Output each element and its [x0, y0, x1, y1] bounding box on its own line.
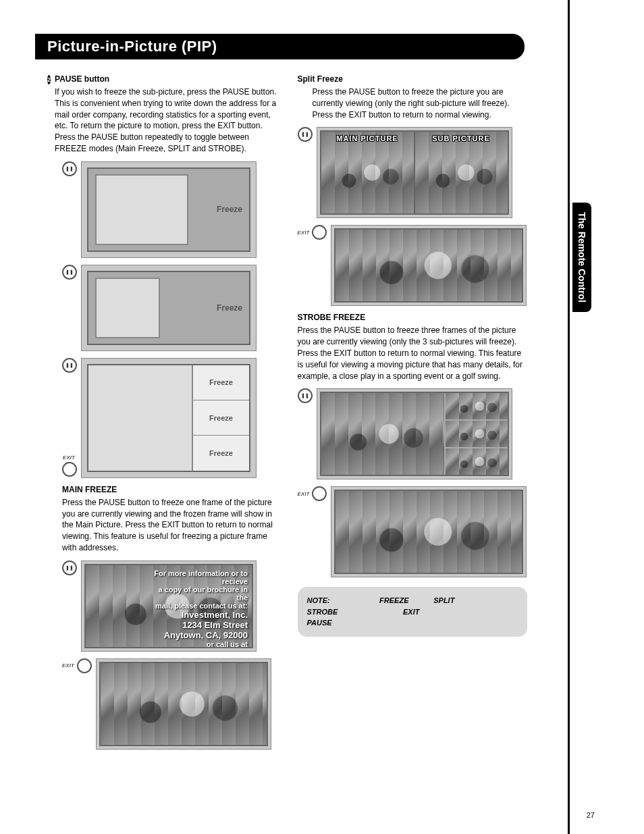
strobe-freeze-heading: STROBE FREEZE — [298, 313, 366, 322]
pause-button-heading: PAUSE button — [55, 74, 109, 84]
note-freeze: FREEZE — [379, 596, 408, 604]
tv-split-exit — [331, 225, 527, 306]
ad-company: Investment, Inc. — [148, 610, 248, 620]
exit-icon — [62, 462, 77, 477]
freeze-label: Freeze — [193, 365, 249, 400]
exit-label: EXIT — [298, 230, 310, 236]
vertical-thumb-tab: The Remote Control — [572, 203, 591, 312]
note-pause: PAUSE — [307, 619, 332, 627]
pause-icon — [62, 161, 77, 176]
pause-icon — [62, 358, 77, 373]
tv-strobe-exit — [331, 486, 527, 577]
pause-icon — [62, 265, 77, 280]
note-exit: EXIT — [403, 608, 419, 616]
pause-icon — [298, 127, 313, 142]
ad-city: Anytown, CA, 92000 — [148, 630, 248, 640]
main-freeze-heading: MAIN FREEZE — [62, 485, 117, 494]
exit-icon — [312, 225, 327, 240]
strobe-freeze-paragraph: Press the PAUSE button to freeze three f… — [298, 325, 528, 382]
split-freeze-heading: Split Freeze — [298, 74, 343, 84]
ad-line2: a copy of our brochure in the — [148, 585, 248, 602]
left-column: 2 PAUSE button If you wish to freeze the… — [47, 74, 277, 756]
freeze-label: Freeze — [217, 205, 242, 214]
note-strobe: STROBE — [307, 608, 338, 616]
tv-diagram-freeze-large: Freeze — [81, 161, 257, 258]
tv-diagram-three-freeze: Freeze Freeze Freeze — [81, 358, 257, 478]
page-content: Picture-in-Picture (PIP) 2 PAUSE button … — [0, 0, 570, 834]
freeze-label: Freeze — [193, 436, 249, 470]
exit-icon — [312, 486, 327, 501]
pause-icon — [298, 388, 313, 403]
note-split: SPLIT — [433, 596, 454, 604]
pause-icon — [62, 561, 77, 575]
step-number-badge: 2 — [47, 75, 51, 84]
tv-split-pause: MAIN PICTURE SUB PICTURE — [317, 127, 512, 218]
note-label: NOTE: — [307, 596, 330, 604]
section-title-bar: Picture-in-Picture (PIP) — [35, 34, 525, 59]
exit-label: EXIT — [63, 454, 75, 461]
ad-line3: mail, please contact us at: — [148, 602, 248, 610]
main-picture-label: MAIN PICTURE — [321, 134, 414, 142]
exit-label: EXIT — [62, 662, 74, 669]
tv-strobe-pause — [317, 388, 512, 479]
ad-call: or call us at — [148, 640, 248, 648]
tv-diagram-freeze-half: Freeze — [81, 265, 257, 351]
ad-line1: For more information or to recieve — [148, 569, 248, 585]
ad-street: 1234 Elm Street — [148, 620, 248, 630]
pause-button-paragraph: If you wish to freeze the sub-picture, p… — [55, 86, 277, 155]
sub-picture-label: SUB PICTURE — [415, 134, 508, 142]
exit-icon — [77, 658, 92, 673]
right-column: Split Freeze Press the PAUSE button to f… — [298, 74, 528, 756]
freeze-label: Freeze — [217, 303, 242, 313]
main-freeze-paragraph: Press the PAUSE button to freeze one fra… — [62, 497, 277, 554]
split-freeze-paragraph: Press the PAUSE button to freeze the pic… — [313, 86, 528, 120]
note-box: NOTE: When in Main FREEZE mode, SPLIT mo… — [298, 587, 528, 637]
tv-exit-frame — [96, 658, 271, 750]
freeze-label: Freeze — [193, 400, 249, 436]
exit-label: EXIT — [298, 491, 310, 497]
tv-ad-frame: For more information or to recieve a cop… — [81, 561, 257, 652]
page-number: 27 — [587, 811, 595, 819]
